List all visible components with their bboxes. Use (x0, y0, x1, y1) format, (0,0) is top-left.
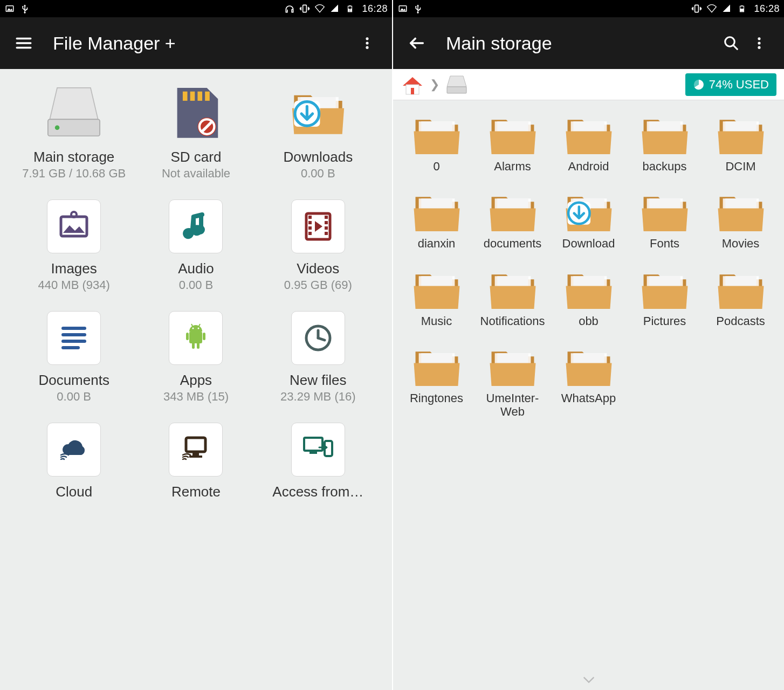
folder-item[interactable]: DCIM (703, 110, 779, 173)
folder-item[interactable]: 0 (398, 110, 474, 173)
cloud-icon (47, 423, 101, 477)
breadcrumb-home[interactable] (401, 73, 424, 96)
battery-icon (737, 3, 747, 14)
drive-icon (44, 84, 104, 146)
documents-icon (47, 311, 101, 365)
svg-point-59 (366, 42, 368, 44)
folder-icon (714, 265, 768, 312)
menu-button[interactable] (11, 30, 37, 56)
download-folder-icon (288, 84, 348, 146)
back-button[interactable] (404, 30, 430, 56)
home-item-new-files[interactable]: New files 23.29 MB (16) (257, 308, 379, 404)
home-item-sublabel: 0.00 B (57, 390, 91, 404)
folder-item[interactable]: UmeInter­Web (474, 342, 551, 419)
home-item-label: Apps (180, 372, 212, 389)
folder-title: Main storage (446, 33, 717, 54)
folder-item[interactable]: Download (551, 187, 627, 250)
vibrate-icon (299, 3, 310, 14)
folder-label: UmeInter­Web (478, 391, 548, 419)
folder-item[interactable]: Movies (703, 187, 779, 250)
home-item-label: New files (290, 372, 346, 389)
folder-item[interactable]: Android (551, 110, 627, 173)
home-item-access-from[interactable]: Access from… (257, 420, 379, 500)
home-item-remote[interactable]: Remote (135, 420, 257, 500)
folder-icon (410, 187, 464, 234)
home-item-audio[interactable]: Audio 0.00 B (135, 197, 257, 292)
home-item-downloads[interactable]: Downloads 0.00 B (257, 85, 379, 181)
home-item-main-storage[interactable]: Main storage 7.91 GB / 10.68 GB (13, 85, 135, 181)
usb-icon (412, 3, 423, 14)
folder-icon (638, 187, 692, 234)
overflow-button[interactable] (745, 29, 773, 57)
access-icon (291, 423, 345, 477)
folder-label: backups (643, 160, 687, 173)
apps-icon (169, 311, 223, 365)
folder-item[interactable]: backups (627, 110, 703, 173)
folder-item[interactable]: Ringtones (398, 342, 474, 419)
folder-label: WhatsApp (561, 391, 616, 405)
home-item-sublabel: 23.29 MB (16) (280, 390, 355, 404)
home-item-label: SD card (171, 149, 222, 165)
remote-icon (169, 423, 223, 477)
folder-item[interactable]: Notifica­tions (474, 265, 551, 328)
home-item-label: Access from… (272, 484, 363, 500)
folder-item[interactable]: docu­ments (474, 187, 551, 250)
folder-icon (410, 265, 464, 312)
sdcard-icon (166, 84, 225, 146)
videos-icon (291, 199, 345, 253)
overflow-button[interactable] (353, 29, 381, 57)
home-item-sublabel: Not available (162, 167, 230, 181)
folder-label: Podcasts (716, 314, 765, 328)
home-grid: Main storage 7.91 GB / 10.68 GB SD card … (0, 69, 392, 690)
folder-item[interactable]: WhatsApp (551, 342, 627, 419)
svg-point-69 (758, 37, 760, 40)
folder-item[interactable]: Fonts (627, 187, 703, 250)
newfiles-icon (291, 311, 345, 365)
status-clock: 16:28 (362, 3, 388, 15)
folder-icon (562, 110, 616, 157)
app-title: File Manager + (53, 33, 353, 54)
folder-item[interactable]: dianxin (398, 187, 474, 250)
headphones-icon (284, 3, 295, 14)
home-item-apps[interactable]: Apps 343 MB (15) (135, 308, 257, 404)
folder-label: Pictures (643, 314, 686, 328)
folder-label: DCIM (725, 160, 755, 173)
vibrate-icon (691, 3, 702, 14)
home-item-images[interactable]: Images 440 MB (934) (13, 197, 135, 292)
breadcrumb-storage[interactable] (445, 73, 469, 96)
svg-rect-56 (349, 5, 352, 6)
home-item-label: Main storage (33, 149, 114, 165)
folder-item[interactable]: obb (551, 265, 627, 328)
signal-icon (329, 3, 340, 14)
folder-icon (486, 342, 540, 389)
folder-label: Movies (722, 237, 760, 250)
wifi-icon (314, 3, 325, 14)
home-item-sublabel: 0.00 B (301, 167, 335, 181)
search-button[interactable] (717, 29, 745, 57)
folder-label: 0 (433, 160, 439, 173)
home-item-label: Remote (171, 484, 221, 500)
usage-badge[interactable]: 74% USED (685, 73, 776, 96)
folder-item[interactable]: Pictures (627, 265, 703, 328)
home-item-cloud[interactable]: Cloud (13, 420, 135, 500)
folder-grid: 0 Alarms Android backups DCIM dianxin do… (393, 100, 784, 690)
folder-icon (486, 110, 540, 157)
usage-label: 74% USED (709, 78, 769, 92)
folder-icon (562, 342, 616, 389)
home-item-documents[interactable]: Documents 0.00 B (13, 308, 135, 404)
folder-icon (486, 187, 540, 234)
folder-label: dianxin (418, 237, 456, 250)
home-item-label: Audio (178, 260, 214, 277)
home-item-label: Images (51, 260, 97, 277)
folder-label: Alarms (494, 160, 531, 173)
folder-item[interactable]: Alarms (474, 110, 551, 173)
folder-item[interactable]: Music (398, 265, 474, 328)
home-item-sd-card[interactable]: SD card Not available (135, 85, 257, 181)
home-item-label: Documents (38, 372, 109, 389)
svg-point-70 (758, 42, 760, 44)
status-bar: 16:28 (393, 0, 784, 17)
folder-item[interactable]: Podcasts (703, 265, 779, 328)
home-item-videos[interactable]: Videos 0.95 GB (69) (257, 197, 379, 292)
app-bar: File Manager + (0, 17, 392, 69)
status-clock: 16:28 (754, 3, 780, 15)
